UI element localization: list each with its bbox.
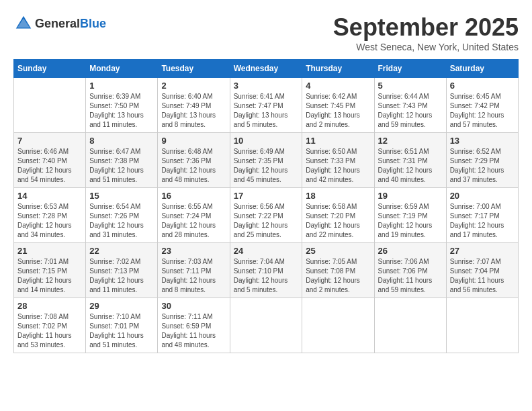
day-number: 28 xyxy=(17,301,82,311)
day-info: Sunrise: 6:51 AMSunset: 7:31 PMDaylight:… xyxy=(378,147,443,185)
day-info: Sunrise: 7:01 AMSunset: 7:15 PMDaylight:… xyxy=(17,257,82,295)
day-info: Sunrise: 6:41 AMSunset: 7:47 PMDaylight:… xyxy=(234,92,299,130)
day-number: 26 xyxy=(378,246,443,256)
day-cell: 21Sunrise: 7:01 AMSunset: 7:15 PMDayligh… xyxy=(14,243,86,298)
day-cell: 12Sunrise: 6:51 AMSunset: 7:31 PMDayligh… xyxy=(374,133,446,188)
day-cell: 19Sunrise: 6:59 AMSunset: 7:19 PMDayligh… xyxy=(374,188,446,243)
day-number: 11 xyxy=(306,136,370,146)
day-cell: 7Sunrise: 6:46 AMSunset: 7:40 PMDaylight… xyxy=(14,133,86,188)
week-row-5: 28Sunrise: 7:08 AMSunset: 7:02 PMDayligh… xyxy=(14,298,519,353)
day-number: 13 xyxy=(450,136,515,146)
day-cell: 8Sunrise: 6:47 AMSunset: 7:38 PMDaylight… xyxy=(86,133,158,188)
day-number: 3 xyxy=(234,81,299,91)
day-cell: 5Sunrise: 6:44 AMSunset: 7:43 PMDaylight… xyxy=(374,78,446,133)
day-number: 30 xyxy=(161,301,226,311)
logo-blue-text: Blue xyxy=(80,17,106,30)
day-number: 6 xyxy=(450,81,515,91)
day-number: 4 xyxy=(306,81,370,91)
day-number: 10 xyxy=(234,136,299,146)
page-header: GeneralBlue September 2025 West Seneca, … xyxy=(13,13,519,52)
day-cell xyxy=(446,298,518,353)
day-number: 2 xyxy=(161,81,226,91)
day-number: 15 xyxy=(89,191,154,201)
day-info: Sunrise: 6:48 AMSunset: 7:36 PMDaylight:… xyxy=(161,147,226,185)
day-number: 14 xyxy=(17,191,82,201)
day-info: Sunrise: 6:49 AMSunset: 7:35 PMDaylight:… xyxy=(234,147,299,185)
day-cell: 10Sunrise: 6:49 AMSunset: 7:35 PMDayligh… xyxy=(230,133,302,188)
col-header-thursday: Thursday xyxy=(302,60,374,78)
logo-general-text: General xyxy=(35,17,80,30)
day-number: 8 xyxy=(89,136,154,146)
calendar-table: SundayMondayTuesdayWednesdayThursdayFrid… xyxy=(13,59,519,353)
week-row-2: 7Sunrise: 6:46 AMSunset: 7:40 PMDaylight… xyxy=(14,133,519,188)
day-info: Sunrise: 6:55 AMSunset: 7:24 PMDaylight:… xyxy=(161,202,226,240)
day-number: 27 xyxy=(450,246,515,256)
day-number: 25 xyxy=(306,246,370,256)
day-cell xyxy=(374,298,446,353)
location-text: West Seneca, New York, United States xyxy=(333,42,519,52)
col-header-monday: Monday xyxy=(86,60,158,78)
day-info: Sunrise: 6:59 AMSunset: 7:19 PMDaylight:… xyxy=(378,202,443,240)
day-info: Sunrise: 6:58 AMSunset: 7:20 PMDaylight:… xyxy=(306,202,370,240)
day-cell: 28Sunrise: 7:08 AMSunset: 7:02 PMDayligh… xyxy=(14,298,86,353)
day-info: Sunrise: 7:03 AMSunset: 7:11 PMDaylight:… xyxy=(161,257,226,295)
day-info: Sunrise: 7:10 AMSunset: 7:01 PMDaylight:… xyxy=(89,312,154,350)
day-cell: 23Sunrise: 7:03 AMSunset: 7:11 PMDayligh… xyxy=(158,243,230,298)
day-number: 12 xyxy=(378,136,443,146)
day-cell xyxy=(230,298,302,353)
day-info: Sunrise: 6:40 AMSunset: 7:49 PMDaylight:… xyxy=(161,92,226,130)
day-cell: 6Sunrise: 6:45 AMSunset: 7:42 PMDaylight… xyxy=(446,78,518,133)
day-info: Sunrise: 6:53 AMSunset: 7:28 PMDaylight:… xyxy=(17,202,82,240)
day-number: 1 xyxy=(89,81,154,91)
day-cell: 20Sunrise: 7:00 AMSunset: 7:17 PMDayligh… xyxy=(446,188,518,243)
day-cell xyxy=(302,298,374,353)
day-info: Sunrise: 7:02 AMSunset: 7:13 PMDaylight:… xyxy=(89,257,154,295)
col-header-friday: Friday xyxy=(374,60,446,78)
day-info: Sunrise: 6:50 AMSunset: 7:33 PMDaylight:… xyxy=(306,147,370,185)
day-cell: 1Sunrise: 6:39 AMSunset: 7:50 PMDaylight… xyxy=(86,78,158,133)
day-info: Sunrise: 6:46 AMSunset: 7:40 PMDaylight:… xyxy=(17,147,82,185)
day-cell: 14Sunrise: 6:53 AMSunset: 7:28 PMDayligh… xyxy=(14,188,86,243)
day-info: Sunrise: 7:11 AMSunset: 6:59 PMDaylight:… xyxy=(161,312,226,350)
day-cell: 29Sunrise: 7:10 AMSunset: 7:01 PMDayligh… xyxy=(86,298,158,353)
day-cell: 25Sunrise: 7:05 AMSunset: 7:08 PMDayligh… xyxy=(302,243,374,298)
week-row-1: 1Sunrise: 6:39 AMSunset: 7:50 PMDaylight… xyxy=(14,78,519,133)
day-info: Sunrise: 6:52 AMSunset: 7:29 PMDaylight:… xyxy=(450,147,515,185)
month-title: September 2025 xyxy=(333,13,519,42)
day-cell: 2Sunrise: 6:40 AMSunset: 7:49 PMDaylight… xyxy=(158,78,230,133)
day-cell: 9Sunrise: 6:48 AMSunset: 7:36 PMDaylight… xyxy=(158,133,230,188)
day-number: 22 xyxy=(89,246,154,256)
day-info: Sunrise: 6:47 AMSunset: 7:38 PMDaylight:… xyxy=(89,147,154,185)
col-header-wednesday: Wednesday xyxy=(230,60,302,78)
day-info: Sunrise: 6:45 AMSunset: 7:42 PMDaylight:… xyxy=(450,92,515,130)
day-number: 29 xyxy=(89,301,154,311)
day-number: 7 xyxy=(17,136,82,146)
day-info: Sunrise: 6:44 AMSunset: 7:43 PMDaylight:… xyxy=(378,92,443,130)
week-row-4: 21Sunrise: 7:01 AMSunset: 7:15 PMDayligh… xyxy=(14,243,519,298)
day-cell: 22Sunrise: 7:02 AMSunset: 7:13 PMDayligh… xyxy=(86,243,158,298)
day-info: Sunrise: 7:05 AMSunset: 7:08 PMDaylight:… xyxy=(306,257,370,295)
day-info: Sunrise: 7:07 AMSunset: 7:04 PMDaylight:… xyxy=(450,257,515,295)
day-number: 17 xyxy=(234,191,299,201)
day-cell: 27Sunrise: 7:07 AMSunset: 7:04 PMDayligh… xyxy=(446,243,518,298)
header-row: SundayMondayTuesdayWednesdayThursdayFrid… xyxy=(14,60,519,78)
day-number: 20 xyxy=(450,191,515,201)
logo-icon xyxy=(13,13,34,34)
day-number: 23 xyxy=(161,246,226,256)
week-row-3: 14Sunrise: 6:53 AMSunset: 7:28 PMDayligh… xyxy=(14,188,519,243)
col-header-saturday: Saturday xyxy=(446,60,518,78)
day-info: Sunrise: 6:39 AMSunset: 7:50 PMDaylight:… xyxy=(89,92,154,130)
day-cell: 4Sunrise: 6:42 AMSunset: 7:45 PMDaylight… xyxy=(302,78,374,133)
day-cell: 17Sunrise: 6:56 AMSunset: 7:22 PMDayligh… xyxy=(230,188,302,243)
day-number: 24 xyxy=(234,246,299,256)
day-number: 19 xyxy=(378,191,443,201)
day-cell: 15Sunrise: 6:54 AMSunset: 7:26 PMDayligh… xyxy=(86,188,158,243)
day-number: 18 xyxy=(306,191,370,201)
day-cell: 24Sunrise: 7:04 AMSunset: 7:10 PMDayligh… xyxy=(230,243,302,298)
logo: GeneralBlue xyxy=(13,13,106,34)
day-cell: 3Sunrise: 6:41 AMSunset: 7:47 PMDaylight… xyxy=(230,78,302,133)
day-cell: 16Sunrise: 6:55 AMSunset: 7:24 PMDayligh… xyxy=(158,188,230,243)
day-number: 9 xyxy=(161,136,226,146)
day-info: Sunrise: 6:56 AMSunset: 7:22 PMDaylight:… xyxy=(234,202,299,240)
day-info: Sunrise: 6:54 AMSunset: 7:26 PMDaylight:… xyxy=(89,202,154,240)
